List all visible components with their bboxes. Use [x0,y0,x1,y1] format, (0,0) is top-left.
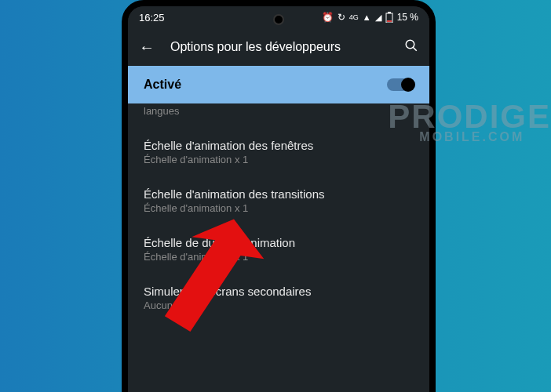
sync-icon: ↻ [338,12,345,23]
status-icons: ⏰ ↻ 4G ▲ ◢ 15 % [322,12,418,23]
signal-icon: ▲ [363,13,371,22]
setting-subtitle: langues [144,105,414,117]
camera-hole [273,14,284,25]
alarm-icon: ⏰ [322,12,334,23]
setting-subtitle: Aucun [144,299,414,311]
toggle-label: Activé [144,78,181,92]
setting-item-partial[interactable]: langues [144,103,414,128]
watermark-sub: MOBILE.COM [419,130,551,144]
setting-item-transition-animation[interactable]: Échelle d'animation des transitions Éche… [144,176,414,225]
svg-point-3 [406,40,414,49]
battery-text: 15 % [397,12,418,23]
svg-line-4 [413,47,417,51]
setting-subtitle: Échelle d'animation x 1 [144,154,414,165]
setting-item-window-animation[interactable]: Échelle d'animation des fenêtres Échelle… [144,128,414,176]
setting-item-animator-duration[interactable]: Échelle de durée d'animation Échelle d'a… [144,225,414,274]
page-title: Options pour les développeurs [170,40,389,54]
setting-subtitle: Échelle d'animation x 1 [144,251,414,263]
switch-knob [401,78,415,92]
setting-item-simulate-secondary[interactable]: Simuler des écrans secondaires Aucun [144,274,414,322]
toggle-switch[interactable] [387,78,414,91]
back-arrow-icon[interactable]: ← [136,35,158,60]
setting-title: Échelle d'animation des transitions [144,187,414,201]
svg-rect-2 [387,20,392,22]
setting-title: Échelle d'animation des fenêtres [144,139,414,152]
status-time: 16:25 [139,12,165,24]
setting-subtitle: Échelle d'animation x 1 [144,202,414,214]
settings-list: langues Échelle d'animation des fenêtres… [128,103,429,322]
phone-frame: 16:25 ⏰ ↻ 4G ▲ ◢ 15 % ← Options pour les… [122,0,436,392]
phone-screen: 16:25 ⏰ ↻ 4G ▲ ◢ 15 % ← Options pour les… [128,6,429,392]
setting-title: Échelle de durée d'animation [144,236,414,249]
setting-title: Simuler des écrans secondaires [144,285,414,298]
app-bar: ← Options pour les développeurs [128,28,429,66]
developer-options-toggle-row[interactable]: Activé [128,66,429,103]
battery-icon [385,12,393,23]
network-label: 4G [349,13,359,21]
search-icon[interactable] [401,35,421,60]
wifi-icon: ◢ [375,13,381,23]
